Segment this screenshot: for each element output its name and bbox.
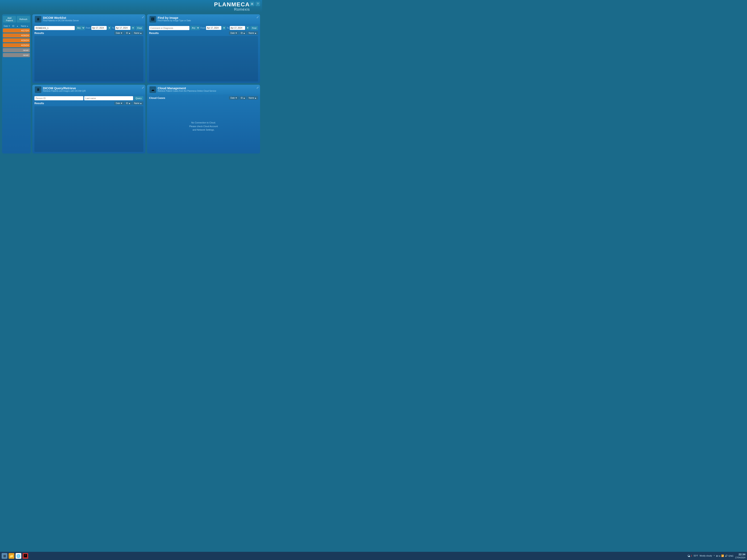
help-icon[interactable]: ? (256, 2, 260, 6)
dicom-worklist-results-list (34, 36, 143, 81)
cloud-cases-header: Cloud Cases Date ▼ ID ▲ Name ▲ (149, 96, 258, 100)
dicom-worklist-from-date[interactable] (91, 26, 107, 30)
dicom-worklist-header: 🖥 DICOM Worklist Find Patients in DICOM … (32, 14, 146, 24)
name-header[interactable]: Name ▲ (21, 25, 29, 27)
dicom-worklist-results-header: Results Date ▼ ID ▲ Name ▲ (34, 31, 143, 35)
sort-id-button[interactable]: ID ▲ (239, 31, 247, 35)
dicom-qr-panel: 🖥 DICOM Query/Retrieve Retrieve Patients… (32, 85, 146, 154)
dicom-qr-results-list (34, 106, 143, 152)
list-item[interactable]: 4/16/24 (3, 38, 30, 43)
sort-date-button[interactable]: Date ▼ (229, 96, 238, 100)
brand: PLANMECA Romexis (214, 2, 250, 12)
list-item[interactable]: 4/17/24 (3, 28, 30, 32)
cloud-management-title-area: Cloud Management Retrieve Patient Cases … (158, 86, 258, 92)
find-by-image-header: 🖼 Find by Image Find Patients by Image T… (147, 14, 260, 24)
find-by-image-panel: 🖼 Find by Image Find Patients by Image T… (147, 14, 260, 83)
find-by-image-results-header: Results Date ▼ ID ▲ Name ▲ (149, 31, 258, 35)
find-by-image-results-list (149, 36, 258, 81)
find-by-image-from-date[interactable] (206, 26, 221, 30)
list-item[interactable]: 4/16/24 (3, 33, 30, 37)
sort-id-button[interactable]: ID ▲ (125, 102, 132, 105)
from-date-arrow[interactable]: ▼ (222, 26, 226, 30)
sort-id-arrow: ▲ (129, 102, 131, 104)
find-by-image-title-area: Find by Image Find Patients by Image Typ… (158, 16, 258, 22)
brand-sub: Romexis (214, 7, 250, 12)
dicom-qr-title-area: DICOM Query/Retrieve Retrieve Patients a… (43, 86, 143, 92)
cloud-management-subtitle: Retrieve Patient Cases from the Planmeca… (158, 90, 258, 92)
sort-name-button[interactable]: Name ▲ (247, 96, 258, 100)
sort-date-arrow: ▼ (235, 97, 237, 99)
cloud-no-connection-message: No Connection to Cloud. Please check Clo… (149, 101, 258, 152)
dicom-worklist-icon: 🖥 (35, 16, 41, 23)
to-date-arrow[interactable]: ▼ (131, 26, 135, 30)
dicom-qr-icon: 🖥 (35, 86, 41, 93)
find-by-image-to-date[interactable] (230, 26, 245, 30)
dicom-qr-inputs: Query (34, 96, 143, 100)
sort-id-button[interactable]: ID ▲ (125, 31, 132, 35)
last-name-input[interactable] (84, 96, 133, 100)
find-by-image-content: Any From ▼ To ▼ Find Results Date ▼ (147, 24, 260, 83)
no-connection-line2: Please check Cloud Account (189, 125, 218, 128)
expand-icon[interactable]: ⤢ (142, 86, 144, 89)
refresh-button[interactable]: Refresh (17, 16, 30, 23)
dicom-worklist-to-date[interactable] (115, 26, 130, 30)
sort-id-arrow: ▲ (243, 97, 245, 99)
dicom-worklist-panel: 🖥 DICOM Worklist Find Patients in DICOM … (32, 14, 146, 83)
find-by-image-any-select[interactable]: Any (190, 26, 200, 30)
dicom-worklist-any-select[interactable]: Any (76, 26, 85, 30)
expand-icon[interactable]: ⤢ (256, 16, 259, 19)
dicom-worklist-title-area: DICOM Worklist Find Patients in DICOM Wo… (43, 16, 143, 22)
dicom-worklist-title: DICOM Worklist (43, 16, 143, 20)
find-by-image-search-input[interactable] (149, 26, 189, 30)
sort-name-arrow: ▲ (140, 102, 142, 104)
sort-date-button[interactable]: Date ▼ (114, 31, 124, 35)
sort-name-button[interactable]: Name ▲ (247, 31, 258, 35)
dicom-qr-sort-buttons: Date ▼ ID ▲ Name ▲ (114, 102, 143, 105)
sort-date-button[interactable]: Date ▼ (229, 31, 238, 35)
sort-id-arrow: ▲ (243, 32, 245, 34)
find-by-image-results-label: Results (149, 31, 159, 34)
dicom-worklist-find-button[interactable]: Find (136, 26, 143, 30)
no-connection-line3: and Network Settings. (189, 128, 218, 132)
expand-icon[interactable]: ⤢ (256, 86, 259, 89)
list-item[interactable]: 4/15/24 (3, 43, 30, 47)
sort-name-arrow: ▲ (255, 97, 257, 99)
sort-name-button[interactable]: Name ▲ (132, 102, 143, 105)
list-item[interactable]: never (3, 53, 30, 57)
to-date-arrow[interactable]: ▼ (246, 26, 250, 30)
from-label: From (86, 27, 91, 29)
find-by-image-icon: 🖼 (150, 16, 156, 23)
top-bar-icons: ⊞ ? (250, 2, 260, 6)
window-icon[interactable]: ⊞ (250, 2, 254, 6)
from-date-arrow[interactable]: ▼ (107, 26, 111, 30)
date-header[interactable]: Date ▼ (4, 25, 12, 27)
from-label: From (201, 27, 205, 29)
find-by-image-subtitle: Find Patients by Image Type or Date (158, 20, 258, 22)
dicom-worklist-server-input[interactable] (34, 26, 75, 30)
content-area: 🖥 DICOM Worklist Find Patients in DICOM … (32, 14, 260, 154)
cloud-management-title: Cloud Management (158, 86, 258, 90)
sort-date-button[interactable]: Date ▼ (114, 102, 124, 105)
find-by-image-sort-buttons: Date ▼ ID ▲ Name ▲ (229, 31, 258, 35)
main-area: Add Patient Refresh Date ▼ ID ▲ Name ▲ 4… (0, 12, 262, 156)
brand-name: PLANMECA (214, 2, 250, 7)
sort-name-button[interactable]: Name ▲ (132, 31, 143, 35)
id-header[interactable]: ID ▲ (12, 25, 21, 27)
list-item[interactable]: never (3, 48, 30, 52)
cloud-cases-label: Cloud Cases (149, 97, 165, 100)
sort-date-arrow: ▼ (121, 102, 123, 104)
id-sort-arrow: ▲ (17, 25, 21, 27)
sort-name-arrow: ▲ (255, 32, 257, 34)
query-button[interactable]: Query (134, 96, 143, 100)
person-id-input[interactable] (34, 96, 83, 100)
sort-id-button[interactable]: ID ▲ (239, 96, 247, 100)
dicom-qr-header: 🖥 DICOM Query/Retrieve Retrieve Patients… (32, 85, 146, 95)
add-patient-button[interactable]: Add Patient (3, 16, 16, 23)
dicom-qr-results-header: Results Date ▼ ID ▲ Name ▲ (34, 102, 143, 105)
name-sort-arrow: ▲ (27, 25, 29, 27)
sidebar-top-buttons: Add Patient Refresh (3, 16, 30, 23)
expand-icon[interactable]: ⤢ (142, 16, 144, 19)
find-by-image-find-button[interactable]: Find (251, 26, 258, 30)
dicom-worklist-content: Any From ▼ To ▼ Find Results Date ▼ (32, 24, 146, 83)
dicom-worklist-subtitle: Find Patients in DICOM Worklist Server (43, 20, 143, 22)
